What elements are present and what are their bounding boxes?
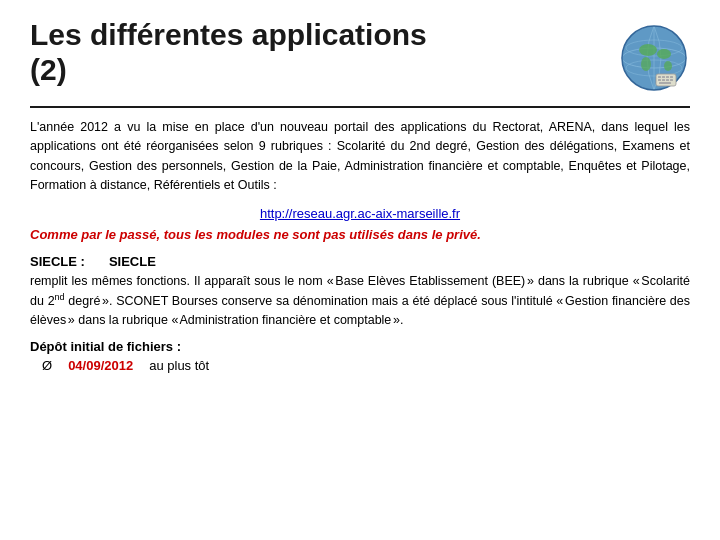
depot-item: Ø 04/09/2012 au plus tôt bbox=[42, 358, 690, 373]
siecle-text-2: degré ». SCONET Bourses conserve sa déno… bbox=[30, 294, 690, 327]
svg-point-5 bbox=[639, 44, 657, 56]
page-container: Les différentes applications (2) bbox=[0, 0, 720, 540]
svg-point-8 bbox=[664, 61, 672, 71]
modules-warning: Comme par le passé, tous les modules ne … bbox=[30, 227, 690, 242]
svg-rect-13 bbox=[666, 76, 669, 78]
arena-link[interactable]: http://reseau.agr.ac-aix-marseille.fr bbox=[260, 206, 460, 221]
header-section: Les différentes applications (2) bbox=[30, 18, 690, 94]
svg-rect-15 bbox=[658, 79, 661, 81]
siecle-label: SIECLE : bbox=[30, 254, 85, 269]
depot-section: Dépôt initial de fichiers : Ø 04/09/2012… bbox=[30, 339, 690, 373]
globe-icon bbox=[618, 22, 690, 94]
svg-rect-14 bbox=[670, 76, 673, 78]
svg-rect-17 bbox=[666, 79, 669, 81]
svg-rect-18 bbox=[670, 79, 673, 81]
depot-label: Dépôt initial de fichiers : bbox=[30, 339, 690, 354]
svg-rect-12 bbox=[662, 76, 665, 78]
siecle-header: SIECLE : SIECLE bbox=[30, 254, 690, 269]
bullet-arrow: Ø bbox=[42, 358, 52, 373]
divider-line bbox=[30, 106, 690, 108]
siecle-title: SIECLE bbox=[109, 254, 156, 269]
siecle-body: remplit les mêmes fonctions. Il apparaît… bbox=[30, 272, 690, 331]
title-block: Les différentes applications (2) bbox=[30, 18, 598, 87]
siecle-sup: nd bbox=[55, 292, 65, 302]
svg-point-7 bbox=[641, 57, 651, 71]
depot-text: au plus tôt bbox=[149, 358, 209, 373]
svg-point-6 bbox=[657, 49, 671, 59]
siecle-section: SIECLE : SIECLE remplit les mêmes foncti… bbox=[30, 254, 690, 331]
svg-rect-19 bbox=[659, 82, 671, 84]
svg-rect-11 bbox=[658, 76, 661, 78]
depot-date: 04/09/2012 bbox=[68, 358, 133, 373]
title-line1: Les différentes applications bbox=[30, 18, 427, 51]
svg-rect-16 bbox=[662, 79, 665, 81]
page-title: Les différentes applications (2) bbox=[30, 18, 598, 87]
link-container: http://reseau.agr.ac-aix-marseille.fr bbox=[30, 206, 690, 221]
body-paragraph: L'année 2012 a vu la mise en place d'un … bbox=[30, 118, 690, 196]
title-line2: (2) bbox=[30, 53, 67, 86]
